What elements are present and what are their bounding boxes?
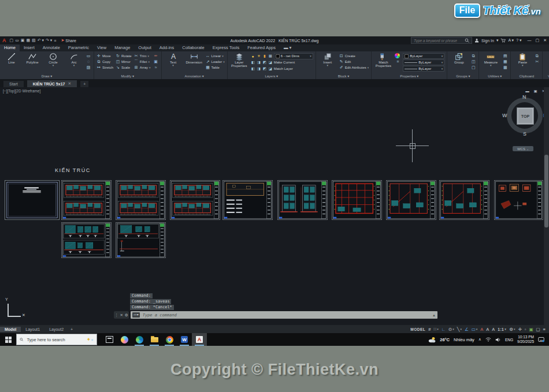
line-button[interactable]: Line bbox=[2, 52, 21, 64]
object-snap-icon[interactable]: ▭▾ bbox=[472, 327, 478, 332]
isometric-drafting-caret-icon[interactable]: ▾ bbox=[460, 327, 462, 331]
file-tab-start[interactable]: Start bbox=[3, 81, 24, 87]
panel-label-clipboard[interactable]: Clipboard bbox=[513, 74, 540, 79]
linetype-dropdown[interactable]: ByLayer▾ bbox=[403, 66, 444, 72]
drawing-sheet-details[interactable] bbox=[494, 180, 543, 220]
autoscale-icon[interactable]: A bbox=[486, 327, 489, 332]
volume-icon[interactable] bbox=[495, 337, 501, 342]
explorer-taskbar-button[interactable] bbox=[147, 333, 162, 346]
ribbon-tab-featured-apps[interactable]: Featured Apps bbox=[243, 44, 280, 51]
cut-button[interactable]: ✂ bbox=[534, 59, 540, 64]
copy-clip-button[interactable]: ⧉ bbox=[534, 53, 540, 58]
measure-caret-icon[interactable]: ▾ bbox=[490, 64, 492, 67]
panel-label-groups[interactable]: Groups ▾ bbox=[450, 74, 476, 79]
isometric-drafting-icon[interactable]: ╲▾ bbox=[457, 327, 462, 332]
id-point-button[interactable]: ▩ bbox=[502, 65, 508, 70]
annotation-scale-caret-icon[interactable]: ▾ bbox=[505, 327, 506, 331]
polar-tracking-caret-icon[interactable]: ▾ bbox=[452, 327, 454, 331]
polar-tracking-icon[interactable]: ⊙▾ bbox=[448, 327, 454, 332]
command-recent-icon[interactable]: ▭▾ bbox=[132, 312, 140, 318]
weather-condition[interactable]: Nhiều mây bbox=[454, 337, 474, 342]
file-tab-ki-n-tr-c-5x17[interactable]: KIẾN TRÚC 5x17✕ bbox=[27, 80, 77, 87]
viewport-controls-label[interactable]: [−][Top][2D Wireframe] bbox=[3, 89, 40, 93]
model-space[interactable]: MODEL bbox=[410, 327, 425, 331]
rectangle-button[interactable]: ▭ bbox=[86, 53, 91, 58]
autocad-taskbar-button[interactable]: A bbox=[192, 333, 207, 346]
annotation-scale[interactable]: 1:1▾ bbox=[498, 327, 506, 331]
annotation-visibility-icon[interactable]: A bbox=[480, 327, 483, 332]
group-edit-button[interactable]: ◫ bbox=[470, 59, 476, 64]
drawing-sheet-cover[interactable] bbox=[5, 180, 60, 220]
group-select-button[interactable]: ▢ bbox=[470, 65, 476, 70]
taskbar-search-box[interactable]: ✦✧ bbox=[16, 334, 97, 345]
make-current-button[interactable]: Make Current bbox=[274, 61, 295, 64]
open-button[interactable]: ▭ bbox=[15, 38, 19, 43]
hidden-icons-chevron[interactable]: ∧ bbox=[478, 337, 481, 342]
ribbon-tab-annotate[interactable]: Annotate bbox=[39, 44, 64, 51]
autodesk-apps-icon[interactable]: A ▾ bbox=[508, 38, 514, 43]
chrome-taskbar-button[interactable] bbox=[162, 333, 177, 346]
object-snap-caret-icon[interactable]: ▾ bbox=[476, 327, 478, 331]
sign-in-caret-icon[interactable]: ▾ bbox=[496, 38, 499, 43]
create-button[interactable]: ⊡Create bbox=[339, 53, 369, 58]
viewcube-top-face[interactable]: TOP bbox=[517, 107, 534, 125]
ribbon-tab-collaborate[interactable]: Collaborate bbox=[178, 44, 208, 51]
wcs-menu[interactable]: WCS⌄ bbox=[513, 146, 533, 151]
notification-center-icon[interactable] bbox=[538, 337, 544, 342]
task-view-taskbar-button[interactable] bbox=[102, 333, 117, 346]
layer-tool-icon-0-1[interactable]: ◨ bbox=[257, 60, 261, 65]
drawing-sheet-plans[interactable] bbox=[61, 180, 112, 220]
layer-tool-icon-0-0[interactable]: ◧ bbox=[251, 60, 255, 65]
start-button[interactable] bbox=[0, 337, 16, 343]
help-search-input[interactable] bbox=[413, 38, 465, 43]
group-button[interactable]: ✦Group bbox=[450, 52, 468, 64]
insert-caret-icon[interactable]: ▾ bbox=[327, 64, 329, 67]
ribbon-tab-home[interactable]: Home bbox=[0, 44, 20, 51]
linear-button[interactable]: ↔Linear▾ bbox=[206, 53, 225, 58]
ribbon-tab-insert[interactable]: Insert bbox=[20, 44, 39, 51]
minimize-button[interactable]: — bbox=[528, 38, 532, 43]
isolate-objects-icon[interactable]: ▢ bbox=[536, 327, 540, 332]
viewcube-south[interactable]: S bbox=[523, 131, 526, 137]
layer-properties-button[interactable]: Layer Properties bbox=[230, 52, 248, 68]
redo-button[interactable]: ↷ ▾ bbox=[46, 38, 52, 43]
application-menu-button[interactable]: A bbox=[2, 38, 6, 43]
insert-button[interactable]: Insert▾ bbox=[318, 52, 337, 67]
erase-button[interactable]: ✏ bbox=[153, 53, 159, 58]
hardware-acceleration-icon[interactable]: ▣ bbox=[529, 327, 533, 332]
grid-display-icon[interactable]: # bbox=[428, 327, 431, 332]
word-taskbar-button[interactable]: W bbox=[177, 333, 192, 346]
save-button[interactable]: ▣ bbox=[21, 38, 25, 43]
taskbar-clock[interactable]: 10:13 PM 9/20/2025 bbox=[517, 335, 534, 344]
measure-button[interactable]: Measure▾ bbox=[481, 52, 500, 67]
panel-label-view[interactable]: View ▾ » bbox=[545, 74, 549, 79]
close-button[interactable]: ✕ bbox=[543, 38, 547, 43]
layer-color-icon[interactable]: ▦ bbox=[268, 54, 273, 58]
object-snap-tracking-icon[interactable]: ∠ bbox=[465, 327, 469, 332]
panel-label-block[interactable]: Block ▾ bbox=[318, 74, 369, 79]
help-icon[interactable]: ? ▾ bbox=[516, 38, 521, 43]
layer-dropdown[interactable]: 6 - net Dims▾ bbox=[274, 53, 313, 59]
new-drawing-tab-button[interactable]: + bbox=[80, 81, 88, 87]
sign-in-button[interactable]: Sign In bbox=[481, 39, 494, 43]
fillet-caret-icon[interactable]: ▾ bbox=[148, 60, 150, 64]
base-button[interactable]: Base▾ bbox=[545, 52, 549, 67]
panel-label-annotation[interactable]: Annotation ▾ bbox=[164, 74, 225, 79]
command-close-icon[interactable]: ✕ bbox=[120, 313, 123, 318]
quick-calculator-button[interactable]: ▦ bbox=[502, 59, 508, 64]
prop-caret-icon[interactable]: ▾ bbox=[442, 54, 443, 58]
array-caret-icon[interactable]: ▾ bbox=[149, 66, 151, 69]
file-tab-close-icon[interactable]: ✕ bbox=[68, 81, 71, 86]
paste-button[interactable]: Paste▾ bbox=[513, 52, 532, 67]
workspace-switching-icon[interactable]: ⚙▾ bbox=[509, 327, 515, 332]
network-icon[interactable] bbox=[485, 337, 491, 342]
layer-tool-icon-0-2[interactable]: ◩ bbox=[262, 60, 267, 65]
restore-button[interactable]: ▢ bbox=[536, 38, 540, 43]
weather-temp[interactable]: 26°C bbox=[440, 337, 450, 342]
canvas-scrollbar-thumb[interactable] bbox=[544, 155, 548, 227]
hatch-button[interactable]: ▨ bbox=[86, 65, 91, 70]
copilot-taskbar-button[interactable] bbox=[117, 333, 132, 346]
layout-tab-model[interactable]: Model bbox=[0, 327, 21, 332]
arc-button[interactable]: Arc▾ bbox=[65, 52, 83, 67]
match-properties-button[interactable]: Match Properties bbox=[374, 52, 392, 68]
